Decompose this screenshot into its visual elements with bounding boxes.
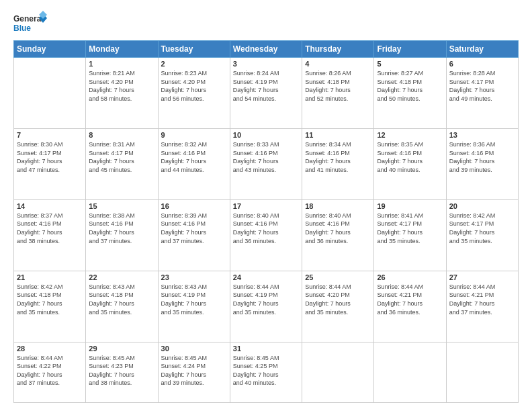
day-info: Sunrise: 8:21 AM Sunset: 4:20 PM Dayligh…	[89, 69, 154, 103]
day-info: Sunrise: 8:37 AM Sunset: 4:16 PM Dayligh…	[17, 212, 83, 245]
day-info: Sunrise: 8:34 AM Sunset: 4:16 PM Dayligh…	[305, 140, 371, 174]
day-info: Sunrise: 8:32 AM Sunset: 4:16 PM Dayligh…	[161, 140, 227, 174]
day-number: 1	[89, 60, 154, 68]
day-info: Sunrise: 8:24 AM Sunset: 4:19 PM Dayligh…	[233, 69, 299, 103]
day-cell: 15Sunrise: 8:38 AM Sunset: 4:16 PM Dayli…	[86, 199, 158, 271]
day-number: 23	[161, 273, 227, 281]
day-info: Sunrise: 8:41 AM Sunset: 4:17 PM Dayligh…	[377, 212, 443, 245]
day-info: Sunrise: 8:42 AM Sunset: 4:18 PM Dayligh…	[17, 283, 83, 316]
col-header-tuesday: Tuesday	[158, 41, 230, 58]
day-number: 20	[449, 202, 515, 210]
day-cell	[302, 342, 374, 402]
day-cell: 1Sunrise: 8:21 AM Sunset: 4:20 PM Daylig…	[86, 58, 158, 129]
day-number: 22	[89, 273, 154, 281]
day-cell: 27Sunrise: 8:44 AM Sunset: 4:21 PM Dayli…	[446, 271, 518, 342]
day-info: Sunrise: 8:45 AM Sunset: 4:25 PM Dayligh…	[233, 354, 299, 387]
day-number: 25	[305, 273, 371, 281]
week-row-5: 28Sunrise: 8:44 AM Sunset: 4:22 PM Dayli…	[14, 342, 519, 402]
day-info: Sunrise: 8:39 AM Sunset: 4:16 PM Dayligh…	[161, 212, 227, 245]
day-cell: 5Sunrise: 8:27 AM Sunset: 4:18 PM Daylig…	[374, 58, 446, 129]
day-info: Sunrise: 8:42 AM Sunset: 4:17 PM Dayligh…	[449, 212, 515, 245]
page: General Blue SundayMondayTuesdayWednesda…	[0, 0, 532, 411]
day-cell: 22Sunrise: 8:43 AM Sunset: 4:18 PM Dayli…	[86, 271, 158, 342]
day-info: Sunrise: 8:44 AM Sunset: 4:21 PM Dayligh…	[449, 283, 515, 316]
day-number: 4	[305, 60, 371, 68]
day-info: Sunrise: 8:44 AM Sunset: 4:22 PM Dayligh…	[17, 354, 83, 387]
col-header-monday: Monday	[86, 41, 158, 58]
day-number: 5	[377, 60, 443, 68]
day-number: 13	[449, 131, 515, 139]
day-number: 18	[305, 202, 371, 210]
day-number: 14	[17, 202, 83, 210]
day-cell: 24Sunrise: 8:44 AM Sunset: 4:19 PM Dayli…	[230, 271, 302, 342]
day-number: 11	[305, 131, 371, 139]
day-number: 8	[89, 131, 154, 139]
day-number: 9	[161, 131, 227, 139]
day-cell: 17Sunrise: 8:40 AM Sunset: 4:16 PM Dayli…	[230, 199, 302, 271]
day-cell: 20Sunrise: 8:42 AM Sunset: 4:17 PM Dayli…	[446, 199, 518, 271]
col-header-saturday: Saturday	[446, 41, 518, 58]
day-number: 16	[161, 202, 227, 210]
day-cell: 21Sunrise: 8:42 AM Sunset: 4:18 PM Dayli…	[14, 271, 86, 342]
svg-text:General: General	[13, 14, 44, 24]
day-info: Sunrise: 8:23 AM Sunset: 4:20 PM Dayligh…	[161, 69, 227, 103]
day-number: 7	[17, 131, 83, 139]
day-number: 10	[233, 131, 299, 139]
day-info: Sunrise: 8:33 AM Sunset: 4:16 PM Dayligh…	[233, 140, 299, 174]
day-number: 29	[89, 345, 154, 353]
day-cell: 3Sunrise: 8:24 AM Sunset: 4:19 PM Daylig…	[230, 58, 302, 129]
col-header-friday: Friday	[374, 41, 446, 58]
day-cell: 28Sunrise: 8:44 AM Sunset: 4:22 PM Dayli…	[14, 342, 86, 402]
day-info: Sunrise: 8:40 AM Sunset: 4:16 PM Dayligh…	[233, 212, 299, 245]
day-cell: 18Sunrise: 8:40 AM Sunset: 4:16 PM Dayli…	[302, 199, 374, 271]
day-cell: 4Sunrise: 8:26 AM Sunset: 4:18 PM Daylig…	[302, 58, 374, 129]
day-number: 3	[233, 60, 299, 68]
day-number: 19	[377, 202, 443, 210]
day-number: 15	[89, 202, 154, 210]
day-cell: 2Sunrise: 8:23 AM Sunset: 4:20 PM Daylig…	[158, 58, 230, 129]
day-info: Sunrise: 8:43 AM Sunset: 4:18 PM Dayligh…	[89, 283, 154, 316]
day-info: Sunrise: 8:38 AM Sunset: 4:16 PM Dayligh…	[89, 212, 154, 245]
week-row-4: 21Sunrise: 8:42 AM Sunset: 4:18 PM Dayli…	[14, 271, 519, 342]
day-cell: 14Sunrise: 8:37 AM Sunset: 4:16 PM Dayli…	[14, 199, 86, 271]
day-number: 12	[377, 131, 443, 139]
day-info: Sunrise: 8:45 AM Sunset: 4:24 PM Dayligh…	[161, 354, 227, 387]
week-row-3: 14Sunrise: 8:37 AM Sunset: 4:16 PM Dayli…	[14, 199, 519, 271]
day-info: Sunrise: 8:30 AM Sunset: 4:17 PM Dayligh…	[17, 140, 83, 174]
day-info: Sunrise: 8:36 AM Sunset: 4:16 PM Dayligh…	[449, 140, 515, 174]
day-cell: 23Sunrise: 8:43 AM Sunset: 4:19 PM Dayli…	[158, 271, 230, 342]
day-info: Sunrise: 8:26 AM Sunset: 4:18 PM Dayligh…	[305, 69, 371, 103]
calendar-table: SundayMondayTuesdayWednesdayThursdayFrid…	[13, 40, 519, 403]
day-info: Sunrise: 8:45 AM Sunset: 4:23 PM Dayligh…	[89, 354, 154, 387]
day-cell	[446, 342, 518, 402]
day-cell: 12Sunrise: 8:35 AM Sunset: 4:16 PM Dayli…	[374, 128, 446, 199]
day-cell: 31Sunrise: 8:45 AM Sunset: 4:25 PM Dayli…	[230, 342, 302, 402]
logo: General Blue	[13, 11, 47, 36]
logo-icon: General Blue	[13, 11, 47, 36]
day-number: 27	[449, 273, 515, 281]
day-info: Sunrise: 8:44 AM Sunset: 4:21 PM Dayligh…	[377, 283, 443, 316]
week-row-2: 7Sunrise: 8:30 AM Sunset: 4:17 PM Daylig…	[14, 128, 519, 199]
day-cell: 26Sunrise: 8:44 AM Sunset: 4:21 PM Dayli…	[374, 271, 446, 342]
day-number: 21	[17, 273, 83, 281]
svg-text:Blue: Blue	[13, 24, 31, 33]
day-number: 31	[233, 345, 299, 353]
col-header-wednesday: Wednesday	[230, 41, 302, 58]
header: General Blue	[13, 11, 519, 36]
day-cell	[14, 58, 86, 129]
day-info: Sunrise: 8:44 AM Sunset: 4:20 PM Dayligh…	[305, 283, 371, 316]
day-cell: 6Sunrise: 8:28 AM Sunset: 4:17 PM Daylig…	[446, 58, 518, 129]
day-number: 24	[233, 273, 299, 281]
calendar-header-row: SundayMondayTuesdayWednesdayThursdayFrid…	[14, 41, 519, 58]
week-row-1: 1Sunrise: 8:21 AM Sunset: 4:20 PM Daylig…	[14, 58, 519, 129]
day-number: 30	[161, 345, 227, 353]
day-info: Sunrise: 8:27 AM Sunset: 4:18 PM Dayligh…	[377, 69, 443, 103]
col-header-thursday: Thursday	[302, 41, 374, 58]
day-cell: 10Sunrise: 8:33 AM Sunset: 4:16 PM Dayli…	[230, 128, 302, 199]
day-cell: 13Sunrise: 8:36 AM Sunset: 4:16 PM Dayli…	[446, 128, 518, 199]
day-info: Sunrise: 8:40 AM Sunset: 4:16 PM Dayligh…	[305, 212, 371, 245]
day-number: 2	[161, 60, 227, 68]
col-header-sunday: Sunday	[14, 41, 86, 58]
day-info: Sunrise: 8:35 AM Sunset: 4:16 PM Dayligh…	[377, 140, 443, 174]
day-cell: 19Sunrise: 8:41 AM Sunset: 4:17 PM Dayli…	[374, 199, 446, 271]
